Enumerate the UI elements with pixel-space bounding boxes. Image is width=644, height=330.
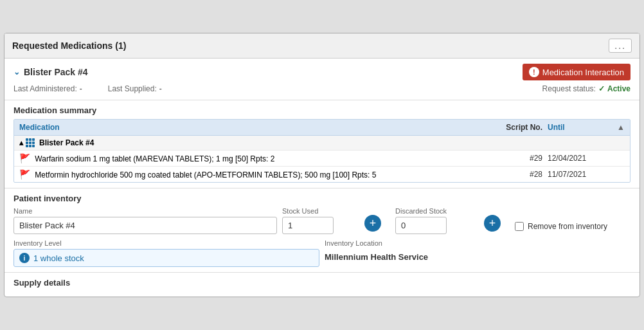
script-no-1: #29 xyxy=(483,154,548,163)
info-icon: i xyxy=(19,253,30,263)
warning-icon-2: 🚩 xyxy=(19,169,30,179)
sort-icon: ▲ xyxy=(612,123,625,132)
table-group-row: ▴ Blister Pack #4 xyxy=(14,136,630,151)
last-supplied: Last Supplied: - xyxy=(108,84,162,93)
medication-interaction-button[interactable]: ! Medication Interaction xyxy=(523,64,631,80)
stock-used-label: Stock Used xyxy=(282,207,359,215)
inventory-location-label: Inventory Location xyxy=(325,239,631,247)
inventory-level-group: Inventory Level i 1 whole stock xyxy=(13,239,319,267)
col-script-no: Script No. xyxy=(483,123,548,132)
supply-details-section: Supply details xyxy=(4,273,640,297)
exclamation-icon: ! xyxy=(529,67,539,77)
remove-inventory-group: Remove from inventory xyxy=(515,222,631,234)
last-supplied-label: Last Supplied: xyxy=(108,84,157,93)
last-supplied-value: - xyxy=(159,84,162,93)
discarded-plus-wrapper: + xyxy=(484,215,510,234)
blister-row: ⌄ Blister Pack #4 ! Medication Interacti… xyxy=(13,64,631,80)
blister-name: Blister Pack #4 xyxy=(24,67,88,77)
until-2: 11/07/2021 xyxy=(548,170,612,179)
med-name-1: 🚩 Warfarin sodium 1 mg tablet (MAREVAN T… xyxy=(19,153,483,163)
grid-icon xyxy=(26,138,35,147)
medication-summary-section: Medication summary Medication Script No.… xyxy=(4,100,640,188)
stock-used-plus-button[interactable]: + xyxy=(364,215,381,232)
medication-summary-title: Medication summary xyxy=(13,105,631,115)
check-icon: ✓ xyxy=(598,84,605,93)
med-interaction-label: Medication Interaction xyxy=(542,68,624,77)
remove-inventory-checkbox[interactable] xyxy=(515,222,524,231)
chevron-down-icon[interactable]: ⌄ xyxy=(13,68,20,77)
col-medication: Medication xyxy=(19,123,483,132)
panel-header: Requested Medications (1) ... xyxy=(4,33,640,59)
discarded-stock-group: Discarded Stock xyxy=(395,207,479,234)
inventory-level-row: Inventory Level i 1 whole stock Inventor… xyxy=(13,239,631,267)
stock-used-group: Stock Used xyxy=(282,207,359,234)
main-panel: Requested Medications (1) ... ⌄ Blister … xyxy=(4,33,640,297)
last-administered: Last Administered: - xyxy=(13,84,82,93)
blister-title: ⌄ Blister Pack #4 xyxy=(13,67,88,77)
status-row: Last Administered: - Last Supplied: - Re… xyxy=(13,83,631,95)
panel-title: Requested Medications (1) xyxy=(12,41,126,51)
blister-section: ⌄ Blister Pack #4 ! Medication Interacti… xyxy=(4,59,640,100)
discarded-stock-label: Discarded Stock xyxy=(395,207,479,215)
med-name-2: 🚩 Metformin hydrochloride 500 mg coated … xyxy=(19,169,483,179)
last-administered-label: Last Administered: xyxy=(13,84,77,93)
remove-inventory-label: Remove from inventory xyxy=(528,222,607,231)
col-until: Until xyxy=(548,123,612,132)
table-row: 🚩 Warfarin sodium 1 mg tablet (MAREVAN T… xyxy=(14,151,630,167)
inventory-level-value: 1 whole stock xyxy=(33,253,84,263)
inventory-level-box: i 1 whole stock xyxy=(13,249,319,267)
last-administered-value: - xyxy=(80,84,82,93)
until-1: 12/04/2021 xyxy=(548,154,612,163)
inventory-location-value: Millennium Health Service xyxy=(325,249,631,265)
table-row: 🚩 Metformin hydrochloride 500 mg coated … xyxy=(14,167,630,182)
stock-used-plus-wrapper: + xyxy=(364,215,390,234)
expand-icon: ▴ xyxy=(19,138,23,147)
active-status: ✓ Active xyxy=(598,84,631,93)
name-label: Name xyxy=(13,207,277,215)
script-no-2: #28 xyxy=(483,170,548,179)
discarded-stock-plus-button[interactable]: + xyxy=(484,215,501,232)
ellipsis-button[interactable]: ... xyxy=(609,39,632,53)
table-header: Medication Script No. Until ▲ xyxy=(14,120,630,136)
group-name: ▴ Blister Pack #4 xyxy=(19,138,483,147)
name-field-group: Name xyxy=(13,207,277,234)
medication-table: Medication Script No. Until ▲ ▴ xyxy=(13,119,631,183)
patient-inventory-section: Patient inventory Name Stock Used + Disc… xyxy=(4,188,640,273)
discarded-stock-input[interactable] xyxy=(395,217,447,234)
supply-details-title: Supply details xyxy=(13,278,631,288)
inventory-location-group: Inventory Location Millennium Health Ser… xyxy=(325,239,631,267)
stock-used-input[interactable] xyxy=(282,217,334,234)
request-status-value: Active xyxy=(607,84,631,93)
patient-inventory-title: Patient inventory xyxy=(13,194,631,203)
inventory-grid: Name Stock Used + Discarded Stock + Remo… xyxy=(13,207,631,234)
name-input[interactable] xyxy=(13,217,277,234)
request-status-label: Request status: xyxy=(542,84,596,93)
inventory-level-label: Inventory Level xyxy=(13,239,319,247)
request-status: Request status: ✓ Active xyxy=(542,84,631,93)
warning-icon-1: 🚩 xyxy=(19,153,30,163)
